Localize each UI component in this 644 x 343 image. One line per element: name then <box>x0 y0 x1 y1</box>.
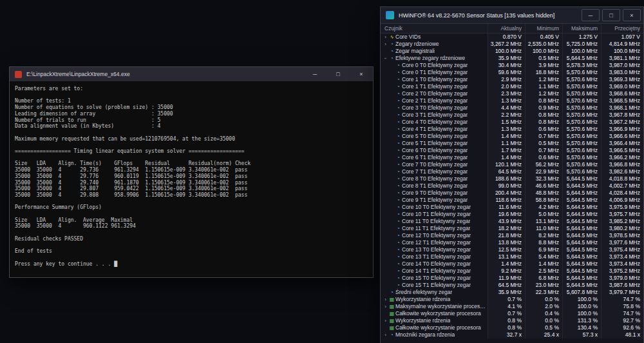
sensor-row[interactable]: ▦Całkowite wykorzystanie procesora0.8 %0… <box>381 324 643 331</box>
sensor-current: 35.9 MHz <box>488 289 525 296</box>
sensor-name: Core 8 T1 Efektywny zegar <box>402 182 468 190</box>
sensor-label-cell: ◔Core 4 T0 Efektywny zegar <box>381 119 488 126</box>
sensor-row[interactable]: ◔Core 2 T0 Efektywny zegar2.3 MHz1.2 MHz… <box>381 90 643 97</box>
console-body[interactable]: Parameters are set to: Number of tests: … <box>10 81 373 267</box>
sensor-maximum: 100.0 % <box>562 303 601 310</box>
minimize-button[interactable]: ─ <box>303 67 327 81</box>
minimize-button[interactable]: ─ <box>582 9 600 21</box>
sensor-row[interactable]: ◔Core 6 T1 Efektywny zegar1.4 MHz0.6 MHz… <box>381 154 643 161</box>
sensor-rows: ›ϟCore VIDs0.870 V0.405 V1.275 V1.097 V›… <box>381 34 643 343</box>
sensor-row[interactable]: ◔Core 5 T0 Efektywny zegar1.4 MHz0.7 MHz… <box>381 133 643 140</box>
sensor-row[interactable]: ›▦Wykorzystanie rdzenia0.7 %0.0 %100.0 %… <box>381 296 643 303</box>
sensor-row[interactable]: ◔Core 11 T1 Efektywny zegar18.2 MHz11.0 … <box>381 225 643 232</box>
column-header-average[interactable]: Przeciętny <box>601 24 643 33</box>
sensor-maximum: 5,644.5 MHz <box>562 197 601 204</box>
sensor-current: 2.0 MHz <box>488 83 525 90</box>
sensor-row[interactable]: ›◔Zegary rdzeniowe3,267.2 MHz2,535.0 MHz… <box>381 41 643 48</box>
sensor-row[interactable]: ◔Core 15 T0 Efektywny zegar11.9 MHz6.8 M… <box>381 275 643 282</box>
sensor-row[interactable]: ◔Core 6 T0 Efektywny zegar1.7 MHz0.7 MHz… <box>381 147 643 154</box>
clock-icon: ◔ <box>395 62 402 69</box>
sensor-row[interactable]: ◔Core 3 T1 Efektywny zegar2.2 MHz0.8 MHz… <box>381 112 643 119</box>
sensor-average: 4,028.4 MHz <box>601 190 643 197</box>
column-header-maximum[interactable]: Maksimum <box>562 24 601 33</box>
clock-icon: ◔ <box>388 41 395 48</box>
sensor-row[interactable]: ◔Core 10 T0 Efektywny zegar11.6 MHz4.2 M… <box>381 204 643 211</box>
sensor-row[interactable]: ◔Core 7 T0 Efektywny zegar120.1 MHz56.2 … <box>381 161 643 168</box>
sensor-row[interactable]: ›▦Wykorzystanie rdzenia0.8 %0.0 %131.3 %… <box>381 317 643 324</box>
chevron-right-icon[interactable]: › <box>383 41 388 48</box>
sensor-minimum: 0.405 V <box>525 34 562 41</box>
sensor-row[interactable]: ›ϟCore VIDs0.870 V0.405 V1.275 V1.097 V <box>381 34 643 41</box>
sensor-row[interactable]: ◔Core 14 T0 Efektywny zegar1.4 MHz1.4 MH… <box>381 260 643 268</box>
sensor-row[interactable]: ◔Core 10 T1 Efektywny zegar19.6 MHz5.0 M… <box>381 211 643 218</box>
sensor-row[interactable]: ◔Core 0 T0 Efektywny zegar30.4 MHz3.9 MH… <box>381 62 643 69</box>
sensor-maximum: 5,644.5 MHz <box>562 268 601 275</box>
sensor-row[interactable]: ◔Core 5 T1 Efektywny zegar1.1 MHz0.5 MHz… <box>381 140 643 147</box>
sensor-minimum: 32.3 MHz <box>525 175 562 182</box>
sensor-current: 32.7 x <box>488 331 525 338</box>
sensor-current: 21.8 MHz <box>488 232 525 239</box>
close-button[interactable]: × <box>350 67 373 81</box>
chevron-right-icon[interactable]: › <box>383 296 388 303</box>
sensor-maximum: 5,578.3 MHz <box>562 62 601 69</box>
sensor-row[interactable]: ◔Core 1 T0 Efektywny zegar2.9 MHz1.2 MHz… <box>381 76 643 83</box>
hwinfo-window-title: HWiNFO® 64 v8.22-5670 Sensor Status [135… <box>399 12 582 19</box>
sensor-row[interactable]: ◔Core 13 T1 Efektywny zegar13.1 MHz5.4 M… <box>381 253 643 260</box>
hwinfo-titlebar[interactable]: HWiNFO® 64 v8.22-5670 Sensor Status [135… <box>381 7 643 24</box>
maximize-button[interactable]: □ <box>327 67 350 81</box>
sensor-row[interactable]: ◔Core 13 T0 Efektywny zegar12.5 MHz6.9 M… <box>381 246 643 253</box>
sensor-maximum: 5,570.6 MHz <box>562 126 601 133</box>
sensor-row[interactable]: ▦Całkowite wykorzystanie procesora0.7 %0… <box>381 310 643 317</box>
sensor-average: 4,814.9 MHz <box>601 41 643 48</box>
sensor-label-cell: ›▦Wykorzystanie rdzenia <box>381 296 488 303</box>
chevron-right-icon[interactable]: › <box>383 34 388 41</box>
sensor-row[interactable]: ◔Core 4 T0 Efektywny zegar1.5 MHz0.8 MHz… <box>381 119 643 126</box>
sensor-row[interactable]: ◔Core 4 T1 Efektywny zegar1.3 MHz0.6 MHz… <box>381 126 643 133</box>
sensor-row[interactable]: ◔Core 2 T1 Efektywny zegar1.3 MHz0.8 MHz… <box>381 97 643 104</box>
chevron-right-icon[interactable]: › <box>383 317 388 324</box>
console-titlebar[interactable]: E:\LinpackXtreme\LinpackXtreme_x64.exe ─… <box>10 67 373 81</box>
column-header-minimum[interactable]: Minimum <box>525 24 562 33</box>
sensor-row[interactable]: ◔Core 9 T0 Efektywny zegar200.4 MHz48.8 … <box>381 190 643 197</box>
chevron-right-icon[interactable]: › <box>383 331 388 338</box>
sensor-row[interactable]: ◔Core 1 T1 Efektywny zegar2.0 MHz1.1 MHz… <box>381 83 643 90</box>
sensor-name: Core 3 T1 Efektywny zegar <box>402 112 468 119</box>
sensor-row[interactable]: ◔Core 8 T1 Efektywny zegar99.0 MHz46.6 M… <box>381 182 643 190</box>
sensor-row[interactable]: ◔Średni efektywny zegar35.9 MHz22.3 MHz5… <box>381 289 643 296</box>
column-header-current[interactable]: Aktualny <box>488 24 525 33</box>
sensor-current: 0.8 % <box>488 324 525 331</box>
sensor-name: Efektywne zegary rdzeniowe <box>395 55 465 62</box>
chevron-down-icon[interactable]: › <box>382 55 389 61</box>
sensor-row[interactable]: ◔Core 14 T1 Efektywny zegar9.2 MHz2.5 MH… <box>381 268 643 275</box>
clock-icon: ◔ <box>395 268 402 275</box>
sensor-row[interactable]: ◔Core 3 T0 Efektywny zegar4.4 MHz0.9 MHz… <box>381 104 643 112</box>
sensor-label-cell: ◔Core 12 T0 Efektywny zegar <box>381 232 488 239</box>
sensor-row[interactable]: ◔Core 15 T1 Efektywny zegar64.5 MHz23.0 … <box>381 282 643 289</box>
clock-icon: ◔ <box>395 126 402 133</box>
close-button[interactable]: × <box>623 9 641 21</box>
sensor-row[interactable]: ◔Core 8 T0 Efektywny zegar188.6 MHz32.3 … <box>381 175 643 182</box>
sensor-row[interactable]: ◔Core 11 T0 Efektywny zegar43.9 MHz13.1 … <box>381 218 643 225</box>
sensor-row[interactable]: ◔Zegar magistrali100.0 MHz100.0 MHz100.0… <box>381 48 643 55</box>
sensor-maximum: 5,570.6 MHz <box>562 76 601 83</box>
sensor-row[interactable]: ›▦Maksymalne wykorzystanie procesora/wąt… <box>381 303 643 310</box>
sensor-label-cell: ◔Core 1 T1 Efektywny zegar <box>381 83 488 90</box>
sensor-row[interactable]: ◔Core 9 T1 Efektywny zegar118.6 MHz58.8 … <box>381 197 643 204</box>
sensor-maximum: 5,570.6 MHz <box>562 147 601 154</box>
sensor-row[interactable]: ◔Core 7 T1 Efektywny zegar64.5 MHz22.9 M… <box>381 168 643 175</box>
sensor-average: 3,978.5 MHz <box>601 232 643 239</box>
sensor-average: 3,985.2 MHz <box>601 218 643 225</box>
sensor-row[interactable]: ◔Core 0 T1 Efektywny zegar59.6 MHz18.8 M… <box>381 69 643 76</box>
sensor-row[interactable]: ›◔Efektywne zegary rdzeniowe35.9 MHz0.5 … <box>381 55 643 62</box>
chevron-right-icon[interactable]: › <box>383 303 388 310</box>
sensor-minimum: 25.4 x <box>525 331 562 338</box>
sensor-average: 3,975.7 MHz <box>601 211 643 218</box>
sensor-row[interactable]: ◔Core 12 T1 Efektywny zegar13.8 MHz8.8 M… <box>381 239 643 246</box>
sensor-label-cell: ◔Core 0 T0 Efektywny zegar <box>381 62 488 69</box>
maximize-button[interactable]: □ <box>602 9 620 21</box>
column-header-sensor[interactable]: Czujnik <box>381 24 488 33</box>
sensor-maximum: 5,570.6 MHz <box>562 161 601 168</box>
sensor-label-cell: ◔Core 11 T1 Efektywny zegar <box>381 225 488 232</box>
sensor-row[interactable]: ›◔Mnożniki zegara rdzenia32.7 x25.4 x57.… <box>381 331 643 338</box>
sensor-row[interactable]: ◔Core 12 T0 Efektywny zegar21.8 MHz8.2 M… <box>381 232 643 239</box>
